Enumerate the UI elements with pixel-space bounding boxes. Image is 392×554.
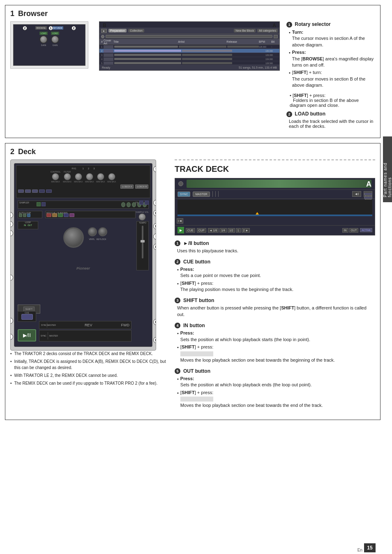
callout-9: 9 (153, 233, 156, 240)
deck-left: FX1 1 2 3 CONTROL MINMAX FIL (10, 159, 166, 415)
shift-item-1: When another button is pressed while pre… (177, 305, 375, 318)
sidebar-tab-text: Part names and functions (383, 141, 392, 197)
bs-table-header: # Cover Art Title Artist Release BPM Bit (99, 39, 279, 45)
callout-1-deck: 1 (10, 334, 13, 340)
browser-hw-diagram: BROWSE PUSH VIEW LOAD GAIN LOA (10, 21, 88, 69)
func-play-title: 1 ►/II button (175, 240, 375, 246)
td-back-btn[interactable]: ◄I (352, 191, 361, 197)
td-play-btn[interactable]: ▶ (178, 227, 184, 233)
bs-tab-2: Collection (128, 29, 144, 32)
deck-notes-list: The TRAKTOR 2 decks consist of the TRACK… (10, 351, 166, 386)
rotary-item-press: • Press:The [BROWSE] area's magnified di… (289, 49, 375, 68)
func-in-section: 4 IN button • Press:Sets the position at… (175, 323, 375, 363)
td-sync-row: SYNC MASTER ◄I I► (175, 190, 375, 199)
td-frac-1[interactable]: 1 (236, 228, 241, 233)
td-waveform (187, 180, 371, 188)
td-active-btn[interactable]: ACTIVE (360, 228, 372, 232)
bs-row-3: 3 126.000 (99, 53, 279, 57)
callout-2-right: 2 (71, 26, 76, 30)
out-num: 5 (175, 368, 180, 374)
td-in-btn[interactable]: IN (342, 228, 348, 233)
callout-1: 1 (48, 26, 53, 30)
bs-tab-4: All categories (257, 29, 278, 32)
td-frac-2[interactable]: 2 ► (242, 228, 250, 233)
load-number: 2 (286, 111, 292, 117)
bs-count: 51 songs, 51.5 min, 133.4 MB (239, 66, 277, 69)
td-out-btn[interactable]: OUT (349, 228, 359, 233)
callout-4: 4 (10, 230, 13, 236)
out-title-text: OUT button (183, 368, 210, 374)
browser-right-desc: 1 Rotary selector • Turn:The cursor move… (286, 21, 375, 133)
callout-2-deck: 2 (10, 318, 13, 324)
deck-note-1: The TRAKTOR 2 decks consist of the TRACK… (10, 351, 166, 357)
func-shift-section: 3 SHIFT button When another button is pr… (175, 298, 375, 318)
bs-tab-1: Preparation (108, 29, 127, 32)
deck-notes: The TRAKTOR 2 decks consist of the TRACK… (10, 351, 166, 386)
play-list: Uses this to play/pause tracks. (175, 248, 375, 254)
callout-3: 3 (10, 275, 13, 281)
td-frac-1-8[interactable]: ◄ 1/8 (208, 228, 219, 233)
hw-inner: BROWSE PUSH VIEW LOAD GAIN LOA (13, 24, 85, 66)
play-item-1: Uses this to play/pause tracks. (177, 248, 375, 254)
section1-browser: 1 Browser BROWSE PUSH VIEW (5, 5, 380, 138)
in-item-press: • Press:Sets the position at which loop … (177, 330, 375, 343)
func-out-section: 5 OUT button • Press:Sets the position a… (175, 368, 375, 409)
shift-list: When another button is pressed while pre… (175, 305, 375, 318)
deck-right: TRACK DECK A SYNC MASTER (175, 159, 375, 415)
deck-content: FX1 1 2 3 CONTROL MINMAX FIL (10, 159, 375, 415)
out-list: • Press:Sets the position at which loop … (175, 376, 375, 409)
td-right-bars (364, 193, 372, 199)
section2-number: 2 (10, 148, 14, 156)
td-cup-btn[interactable]: CUP (197, 228, 206, 233)
shift-num: 3 (175, 298, 180, 303)
td-master-btn[interactable]: MASTER (193, 192, 210, 197)
shift-detail: When another button is pressed while pre… (177, 305, 375, 318)
td-sep-1 (212, 191, 213, 197)
track-deck-section: TRACK DECK A SYNC MASTER (175, 159, 375, 409)
browser-screenshot: B A ▶ Preparation Collection New Bw Bloc… (99, 21, 280, 71)
td-frac-1-2[interactable]: 1/2 (228, 228, 235, 233)
bs-row-1: 1 128.000 ↑ (99, 45, 279, 49)
bs-row-4: 4 134.000 (99, 57, 279, 61)
out-item-shift: • [SHIFT] + press: Moves the loop playba… (177, 390, 375, 409)
sidebar-tab: Part names and functions (383, 136, 392, 202)
td-sep-2 (215, 191, 216, 197)
td-sync-btn[interactable]: SYNC (178, 192, 190, 197)
td-cue-small-btn[interactable]: CUE (186, 228, 195, 233)
track-deck-diagram: A SYNC MASTER (175, 178, 375, 235)
callout-13: 13 (153, 337, 156, 343)
a-label: A (272, 23, 276, 28)
section1-title: 1 Browser (10, 9, 375, 18)
play-detail: Uses this to play/pause tracks. (177, 248, 238, 254)
td-a-label: A (366, 180, 371, 189)
section2-title: 2 Deck (10, 148, 375, 156)
play-num: 1 (175, 240, 180, 246)
td-fraction-group: ◄ 1/8 1/4 1/2 1 2 ► (208, 228, 250, 233)
deck-hardware-diagram: FX1 1 2 3 CONTROL MINMAX FIL (10, 159, 156, 351)
track-deck-title: TRACK DECK (175, 164, 375, 174)
func-cue-title: 2 CUE button (175, 259, 375, 265)
td-middle-area (178, 200, 372, 216)
browser-content: BROWSE PUSH VIEW LOAD GAIN LOA (10, 21, 375, 133)
cue-item-shift: • [SHIFT] + press:The playing position m… (177, 280, 375, 293)
bs-ready: Ready (102, 66, 110, 69)
func-play-section: 1 ►/II button Uses this to play/pause tr… (175, 240, 375, 254)
td-frac-1-4[interactable]: 1/4 (219, 228, 227, 233)
func-cue-section: 2 CUE button • Press:Sets a cue point or… (175, 259, 375, 293)
td-bottom-row: ▶ CUE CUP ◄ 1/8 1/4 1/2 1 2 ► I (175, 225, 375, 235)
cue-item-press: • Press:Sets a cue point or moves the cu… (177, 266, 375, 279)
page-container: Part names and functions 1 Browser BROWS… (0, 5, 392, 554)
td-in-out: IN OUT (342, 228, 359, 233)
td-status-circle (178, 181, 183, 186)
func-out-title: 5 OUT button (175, 368, 375, 374)
func-shift-title: 3 SHIFT button (175, 298, 375, 303)
cue-title-text: CUE button (183, 259, 210, 265)
func-in-title: 4 IN button (175, 323, 375, 328)
callout-12: 12 (153, 319, 156, 325)
load-button-title: 2 LOAD button (286, 111, 375, 117)
td-left-btn[interactable]: I◄ (177, 218, 183, 224)
callout-5: 5 (10, 221, 13, 227)
rotary-selector-section: 1 Rotary selector • Turn:The cursor move… (286, 21, 375, 89)
load-button-section: 2 LOAD button Loads the track selected w… (286, 111, 375, 129)
bs-toolbar: ▶ Preparation Collection New Bw Block Al… (99, 28, 279, 34)
